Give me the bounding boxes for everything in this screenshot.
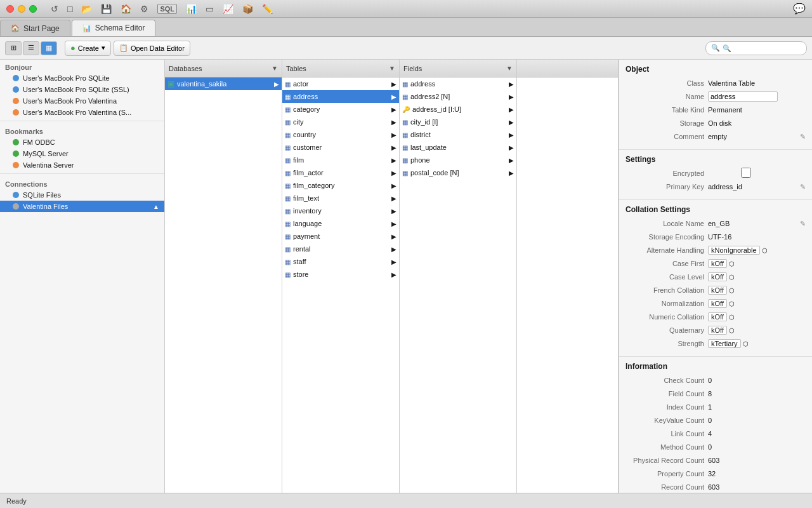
valentina2-dot-icon: [13, 109, 19, 116]
table-item-actor[interactable]: ▦ actor ▶: [282, 77, 399, 90]
field-item-city-id[interactable]: ▦ city_id [I] ▶: [400, 116, 516, 128]
table-item-country[interactable]: ▦ country ▶: [282, 128, 399, 141]
table-item-film-text[interactable]: ▦ film_text ▶: [282, 192, 399, 204]
sidebar-item-label: Valentina Server: [23, 161, 74, 169]
create-dropdown-icon[interactable]: ▾: [102, 44, 105, 52]
connect-icon[interactable]: ⚙: [140, 4, 148, 14]
case-first-dropdown[interactable]: kOff: [708, 259, 727, 268]
field-item-address[interactable]: ▦ address ▶: [400, 77, 516, 90]
class-label: Class: [625, 79, 708, 87]
table-item-store[interactable]: ▦ store ▶: [282, 268, 399, 281]
field-item-arrow: ▶: [509, 170, 514, 177]
view-btn-columns[interactable]: ▦: [41, 41, 57, 55]
open-data-editor-button[interactable]: 📋 Open Data Editor: [114, 41, 190, 56]
sidebar-item-fmodbc[interactable]: FM ODBC: [0, 137, 164, 148]
pen-icon[interactable]: ✏️: [262, 4, 273, 14]
rect-icon[interactable]: ▭: [206, 4, 214, 14]
pk-edit-icon[interactable]: ✎: [800, 183, 806, 191]
sidebar-item-sqlite1[interactable]: User's MacBook Pro SQLite: [0, 72, 164, 84]
chat-icon[interactable]: 💬: [793, 3, 806, 15]
expand-icon[interactable]: ▲: [153, 203, 159, 210]
databases-header-arrow[interactable]: ▼: [272, 65, 278, 72]
sidebar-item-sqlite-files[interactable]: SQLite Files: [0, 189, 164, 201]
table-item-staff[interactable]: ▦ staff ▶: [282, 255, 399, 268]
fields-header-arrow[interactable]: ▼: [506, 65, 513, 72]
main-area: Bonjour User's MacBook Pro SQLite User's…: [0, 60, 812, 493]
traffic-light-red[interactable]: [6, 5, 14, 13]
alt-handling-dropdown[interactable]: kNonIgnorable: [708, 246, 760, 255]
locale-edit-icon[interactable]: ✎: [800, 220, 806, 228]
table-item-label: language: [293, 220, 389, 227]
sidebar-item-valentina2[interactable]: User's MacBook Pro Valentina (S...: [0, 107, 164, 118]
table-item-arrow: ▶: [391, 220, 396, 227]
encrypted-checkbox[interactable]: [708, 168, 784, 178]
view-btn-list[interactable]: ☰: [23, 41, 39, 55]
back-icon[interactable]: ↺: [51, 4, 58, 14]
field-item-last-update[interactable]: ▦ last_update ▶: [400, 141, 516, 154]
line-chart-icon[interactable]: 📈: [223, 4, 233, 14]
field-item-address2[interactable]: ▦ address2 [N] ▶: [400, 90, 516, 103]
quaternary-dropdown[interactable]: kOff: [708, 326, 727, 335]
db-item-valentina-sakila[interactable]: ▣ valentina_sakila ▶: [165, 77, 282, 90]
save-icon[interactable]: 💾: [101, 4, 112, 14]
sql-icon[interactable]: SQL: [157, 4, 177, 14]
case-level-dropdown[interactable]: kOff: [708, 272, 727, 281]
table-item-rental[interactable]: ▦ rental ▶: [282, 243, 399, 255]
table-item-language[interactable]: ▦ language ▶: [282, 217, 399, 230]
traffic-light-green[interactable]: [29, 5, 37, 13]
normalization-dropdown[interactable]: kOff: [708, 299, 727, 308]
sidebar-item-sqlite2[interactable]: User's MacBook Pro SQLite (SSL): [0, 84, 164, 95]
table-icon: ▦: [285, 81, 291, 88]
table-item-category[interactable]: ▦ category ▶: [282, 103, 399, 116]
name-input[interactable]: [708, 91, 778, 102]
field-item-arrow: ▶: [509, 106, 514, 113]
table-item-film-actor[interactable]: ▦ film_actor ▶: [282, 166, 399, 179]
view-btn-grid[interactable]: ⊞: [5, 41, 22, 55]
field-item-phone[interactable]: ▦ phone ▶: [400, 154, 516, 166]
comment-edit-icon[interactable]: ✎: [800, 133, 806, 141]
case-first-chevron: ⬡: [729, 260, 735, 267]
tab-schema-editor[interactable]: 📊 Schema Editor: [72, 20, 156, 36]
chart-icon[interactable]: 📊: [186, 4, 197, 14]
table-item-address[interactable]: ▦ address ▶: [282, 90, 399, 103]
create-button[interactable]: ● Create ▾: [65, 41, 111, 56]
open-icon[interactable]: 📂: [81, 4, 92, 14]
search-input[interactable]: [723, 44, 805, 52]
new-window-icon[interactable]: □: [67, 4, 72, 14]
search-icon: 🔍: [711, 44, 720, 52]
field-item-postal-code[interactable]: ▦ postal_code [N] ▶: [400, 166, 516, 179]
table-item-film[interactable]: ▦ film ▶: [282, 154, 399, 166]
field-normal-icon: ▦: [402, 144, 408, 151]
traffic-light-yellow[interactable]: [18, 5, 25, 13]
sidebar-item-valentina1[interactable]: User's MacBook Pro Valentina: [0, 95, 164, 107]
table-item-arrow: ▶: [391, 119, 396, 126]
table-item-arrow: ▶: [391, 106, 396, 113]
table-item-label: customer: [293, 144, 389, 151]
table-item-payment[interactable]: ▦ payment ▶: [282, 230, 399, 243]
keyvalue-count-label: KeyValue Count: [625, 417, 708, 424]
settings-pk-row: Primary Key address_id ✎: [625, 181, 806, 192]
schema-editor-tab-icon: 📊: [82, 24, 91, 32]
numeric-collation-dropdown[interactable]: kOff: [708, 312, 727, 321]
field-item-address-id[interactable]: 🔑 address_id [I:U] ▶: [400, 103, 516, 116]
table-item-arrow: ▶: [391, 144, 396, 151]
field-item-district[interactable]: ▦ district ▶: [400, 128, 516, 141]
table-item-city[interactable]: ▦ city ▶: [282, 116, 399, 128]
table-item-customer[interactable]: ▦ customer ▶: [282, 141, 399, 154]
table-item-film-category[interactable]: ▦ film_category ▶: [282, 179, 399, 192]
search-box[interactable]: 🔍: [705, 41, 807, 55]
sidebar-item-valentina-server[interactable]: Valentina Server: [0, 159, 164, 171]
table-icon: ▦: [285, 233, 291, 240]
table-item-arrow: ▶: [391, 81, 396, 88]
tables-header-arrow[interactable]: ▼: [389, 65, 395, 72]
french-collation-dropdown[interactable]: kOff: [708, 286, 727, 295]
sidebar-item-mysql[interactable]: MySQL Server: [0, 148, 164, 159]
strength-dropdown[interactable]: kTertiary: [708, 339, 741, 348]
table-item-inventory[interactable]: ▦ inventory ▶: [282, 204, 399, 217]
index-count-value: 1: [708, 403, 806, 411]
tab-start-page[interactable]: 🏠 Start Page: [0, 20, 70, 36]
case-first-row: Case First kOff ⬡: [625, 258, 806, 269]
sidebar-item-valentina-files[interactable]: Valentina Files ▲: [0, 201, 164, 212]
package-icon[interactable]: 📦: [242, 4, 253, 14]
home-icon[interactable]: 🏠: [121, 4, 131, 14]
